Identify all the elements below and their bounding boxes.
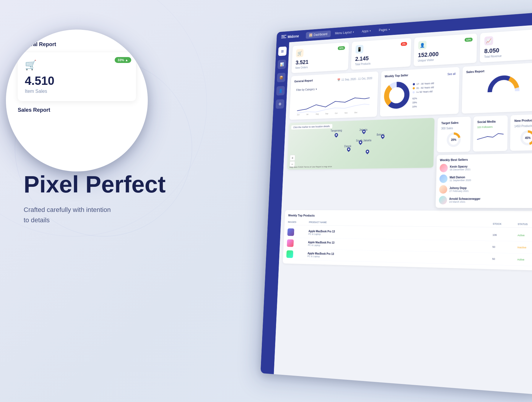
sidebar-settings-icon[interactable]: ⚙ (275, 99, 284, 109)
seller-avatar-3 (439, 196, 447, 205)
sellers-list: Kevin Spacey 05 December 2021 Matt Damon… (439, 162, 532, 205)
stat-unique-visitor: 👤 12% 152.000 Unique Visitor (413, 33, 477, 66)
cart-icon: 🛒 (296, 49, 304, 57)
seller-avatar-0 (439, 164, 448, 172)
nav-tab-pages[interactable]: Pages ▾ (375, 26, 393, 34)
sales-chart-svg (466, 72, 532, 101)
legend-label-1: 17 - 30 Years old (416, 82, 434, 85)
hero-content: Pixel Perfect Crafted carefully with int… (24, 171, 171, 225)
seller-date-0: 05 December 2021 (450, 168, 471, 171)
pct-62: 62% (412, 97, 417, 100)
seller-info-3: Arnold Schwarzenegger 24 March 2021 (449, 197, 480, 203)
legend-50plus: >= 50 Years old (413, 90, 434, 94)
legend-17-30: 17 - 30 Years old (413, 82, 434, 86)
best-sellers-title: Weekly Best Sellers (440, 157, 532, 162)
seller-avatar-2 (439, 185, 447, 194)
legend-label-3: >= 50 Years old (416, 90, 432, 94)
chevron-down-icon: ▾ (353, 31, 354, 33)
map-label-tangerang: Tangerang (330, 129, 342, 132)
nav-tab-apps[interactable]: Apps ▾ (358, 27, 374, 35)
product-stock-0: 106 (492, 234, 515, 237)
nav-tab-menu-layout[interactable]: Menu Layout ▾ (332, 28, 358, 37)
sidebar-chart-icon[interactable]: 📊 (278, 59, 286, 69)
filter-category-btn[interactable]: Filter by Category ▾ (294, 86, 319, 93)
zoom-value: 4.510 (25, 74, 129, 87)
nav-tab-menu-label: Menu Layout (335, 30, 352, 35)
target-sales-sub: 300 Sales (441, 126, 467, 130)
pct-10: 10% (412, 105, 417, 108)
seller-info-0: Kevin Spacey 05 December 2021 (450, 165, 471, 171)
zoom-label: Item Sales (25, 89, 129, 94)
age-legend: 17 - 30 Years old 31 - 50 Years old >= 5… (413, 82, 434, 94)
new-products-title: New Products (514, 118, 532, 123)
weekly-top-seller-title: Weekly Top Seller (385, 74, 408, 78)
svg-text:Jun: Jun (297, 114, 300, 116)
svg-text:Oct: Oct (335, 112, 338, 114)
seller-name-1: Matt Damon (450, 176, 471, 179)
sidebar-box-icon[interactable]: 📦 (277, 73, 286, 82)
seller-date-3: 24 March 2021 (449, 200, 480, 203)
nav-tab-dashboard-label: Dashboard (314, 32, 327, 37)
nav-tab-dashboard[interactable]: 🏠 Dashboard (306, 30, 331, 39)
weekly-best-sellers-card: Weekly Best Sellers Kevin Spacey 05 Dece… (436, 153, 532, 208)
product-info-0: Apple MacBook Pro 13 PC & Laptop (308, 230, 490, 238)
brand-icon (281, 35, 286, 39)
products-table-title: Weekly Top Products (288, 214, 532, 219)
legend-label-2: 31 - 50 Years old (416, 86, 434, 90)
seller-item-0: Kevin Spacey 05 December 2021 (439, 162, 532, 172)
legend-dot-orange (413, 87, 415, 90)
legend-dot-light (413, 91, 415, 93)
zoom-badge-value: 33% (118, 58, 124, 62)
nav-tab-apps-label: Apps (362, 29, 369, 33)
stat-extra: 📈 8% 8.050 Total Revenue (480, 29, 532, 62)
map-zoom-in[interactable]: + (290, 155, 295, 161)
bottom-grid: Tangerang Jakarta Bekasi South Jakarta D… (285, 114, 532, 208)
brand-name: Midone (288, 34, 299, 39)
pie-chart-wrapper: 17 - 30 Years old 31 - 50 Years old >= 5… (384, 79, 455, 109)
col-images: IMAGES (288, 221, 307, 223)
zoom-card: 33% ▲ 🛒 4.510 Item Sales (18, 52, 136, 101)
product-thumb-0 (287, 228, 294, 236)
chevron-filter-icon: ▾ (316, 88, 317, 91)
zoom-circle: General Report 33% ▲ 🛒 4.510 Item Sales … (6, 30, 148, 171)
line-chart: Jun Jul Aug Sep Oct Nov Dec (293, 92, 374, 116)
product-stock-1: 50 (492, 245, 515, 249)
followers-badge: 320 Followers (477, 125, 504, 129)
general-report-chart: General Report 📅 11 Sep, 2020 - 11 Oct, … (289, 72, 378, 120)
dashboard-body: ⊞ 📊 📦 👤 ⚙ 🛒 32% 3.521 N (260, 24, 532, 395)
social-chart (477, 129, 504, 141)
map-instruction: Click the marker to see location details… (291, 124, 332, 130)
pie-legend: 17 - 30 Years old 31 - 50 Years old >= 5… (412, 80, 434, 108)
product-stock-2: 50 (492, 257, 515, 261)
col-product-name: PRODUCT NAME (309, 221, 491, 225)
sidebar-user-icon[interactable]: 👤 (276, 86, 285, 95)
general-report-title: General Report (294, 79, 313, 83)
seller-name-2: Johnny Depp (449, 186, 468, 189)
subheadline: Crafted carefully with intention to deta… (24, 205, 171, 225)
calendar-icon: 📅 (337, 78, 340, 81)
target-sales-donut: 20% (441, 131, 467, 148)
home-icon: 🏠 (309, 33, 313, 37)
chevron-down-icon-pages: ▾ (389, 28, 390, 31)
seller-item-2: Johnny Depp 27 February 2021 (439, 184, 532, 194)
chevron-down-icon-apps: ▾ (370, 30, 371, 32)
see-all-link[interactable]: See all (447, 72, 456, 76)
date-range: 📅 11 Sep, 2020 - 11 Oct, 2020 (335, 75, 375, 83)
svg-text:45%: 45% (525, 136, 531, 140)
box-icon: 📱 (355, 45, 363, 54)
seller-date-2: 27 February 2021 (449, 189, 468, 192)
seller-name-3: Arnold Schwarzenegger (449, 197, 481, 200)
svg-text:Sep: Sep (325, 113, 328, 115)
zoom-cart-icon: 🛒 (25, 59, 129, 71)
seller-info-1: Matt Damon 11 September 2020 (450, 176, 471, 182)
weekly-top-seller-card: Weekly Top Seller See all (380, 67, 459, 116)
map-attribution: Map data ©2020 Terms of Use Report a map… (289, 165, 332, 168)
dashboard-window: Midone 🏠 Dashboard Menu Layout ▾ Apps ▾ … (260, 12, 532, 395)
sidebar-dashboard-icon[interactable]: ⊞ (278, 46, 287, 56)
seller-info-2: Johnny Depp 27 February 2021 (449, 186, 469, 192)
new-products-card: New Products 1450 Products 45% (510, 114, 532, 151)
col-status: STATUS (518, 223, 532, 226)
main-content: 🛒 32% 3.521 New Orders 📱 2% 2.145 T (274, 24, 532, 395)
seller-item-3: Arnold Schwarzenegger 24 March 2021 (439, 196, 532, 205)
svg-text:20%: 20% (451, 138, 456, 142)
